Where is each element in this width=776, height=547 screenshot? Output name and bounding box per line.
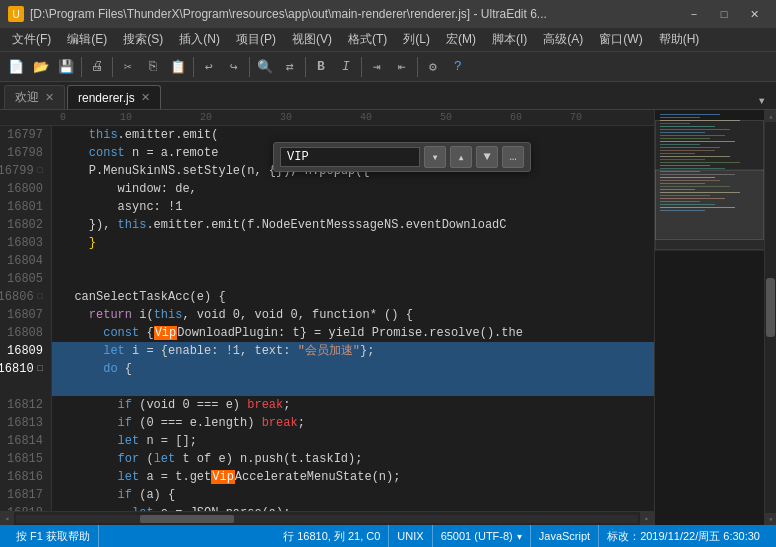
settings-button[interactable]: ⚙ xyxy=(421,55,445,79)
status-line-ending[interactable]: UNIX xyxy=(389,525,432,547)
line-num-16811 xyxy=(4,378,43,396)
redo-button[interactable]: ↪ xyxy=(222,55,246,79)
vscroll-up-button[interactable]: ▴ xyxy=(765,110,776,122)
hscroll-track[interactable] xyxy=(16,515,638,523)
code-line-16810: do { xyxy=(52,360,654,378)
title-bar: U [D:\Program Files\ThunderX\Program\res… xyxy=(0,0,776,28)
copy-button[interactable]: ⎘ xyxy=(141,55,165,79)
hscroll-left-button[interactable]: ◂ xyxy=(0,512,14,526)
status-language[interactable]: JavaScript xyxy=(531,525,599,547)
menu-file[interactable]: 文件(F) xyxy=(4,29,59,50)
minimize-button[interactable]: − xyxy=(680,4,708,24)
status-encoding[interactable]: 65001 (UTF-8) ▾ xyxy=(433,525,531,547)
search-up-button[interactable]: ▴ xyxy=(450,146,472,168)
tab-welcome[interactable]: 欢迎 ✕ xyxy=(4,85,65,109)
search-down-button[interactable]: ▾ xyxy=(424,146,446,168)
tabs-bar: 欢迎 ✕ renderer.js ✕ ▾ xyxy=(0,82,776,110)
status-help: 按 F1 获取帮助 xyxy=(8,525,99,547)
line-num-16816: 16816 xyxy=(4,468,43,486)
line-num-16798: 16798 xyxy=(4,144,43,162)
menu-search[interactable]: 搜索(S) xyxy=(115,29,171,50)
menu-script[interactable]: 脚本(I) xyxy=(484,29,535,50)
cut-button[interactable]: ✂ xyxy=(116,55,140,79)
replace-button[interactable]: ⇄ xyxy=(278,55,302,79)
line-num-16809: 16809 xyxy=(4,342,43,360)
bold-button[interactable]: B xyxy=(309,55,333,79)
code-line-16804 xyxy=(52,252,654,270)
code-line-16817: if (a) { xyxy=(52,486,654,504)
menu-help[interactable]: 帮助(H) xyxy=(651,29,708,50)
menu-project[interactable]: 项目(P) xyxy=(228,29,284,50)
line-num-16803: 16803 xyxy=(4,234,43,252)
window-controls: − □ ✕ xyxy=(680,4,768,24)
line-num-16802: 16802 xyxy=(4,216,43,234)
hscroll-right-button[interactable]: ▸ xyxy=(640,512,654,526)
status-encoding-label: 65001 (UTF-8) xyxy=(441,530,513,542)
menu-column[interactable]: 列(L) xyxy=(395,29,438,50)
vscroll-down-button[interactable]: ▾ xyxy=(765,513,776,525)
horizontal-scrollbar: ◂ ▸ xyxy=(0,511,654,525)
line-num-16818: 16818 xyxy=(4,504,43,511)
hscroll-thumb[interactable] xyxy=(140,515,233,523)
tab-renderer[interactable]: renderer.js ✕ xyxy=(67,85,161,109)
line-num-16804: 16804 xyxy=(4,252,43,270)
line-num-16813: 16813 xyxy=(4,414,43,432)
menu-window[interactable]: 窗口(W) xyxy=(591,29,650,50)
svg-rect-1 xyxy=(660,114,720,115)
main-area: 0 10 20 30 40 50 60 70 16797 16798 16799… xyxy=(0,110,776,525)
toolbar-separator-4 xyxy=(249,57,250,77)
indent-button[interactable]: ⇥ xyxy=(365,55,389,79)
app-icon: U xyxy=(8,6,24,22)
undo-button[interactable]: ↩ xyxy=(197,55,221,79)
minimap xyxy=(654,110,764,525)
search-more-button[interactable]: … xyxy=(502,146,524,168)
toolbar-separator-6 xyxy=(361,57,362,77)
status-position[interactable]: 行 16810, 列 21, C0 xyxy=(275,525,389,547)
find-button[interactable]: 🔍 xyxy=(253,55,277,79)
search-input[interactable] xyxy=(280,147,420,167)
line-num-16815: 16815 xyxy=(4,450,43,468)
code-line-16805 xyxy=(52,270,654,288)
menu-macro[interactable]: 宏(M) xyxy=(438,29,484,50)
code-line-16808: const {VipDownloadPlugin: t} = yield Pro… xyxy=(52,324,654,342)
menu-advanced[interactable]: 高级(A) xyxy=(535,29,591,50)
tab-welcome-close[interactable]: ✕ xyxy=(45,91,54,104)
menu-format[interactable]: 格式(T) xyxy=(340,29,395,50)
paste-button[interactable]: 📋 xyxy=(166,55,190,79)
ruler: 0 10 20 30 40 50 60 70 xyxy=(0,110,654,126)
tab-renderer-close[interactable]: ✕ xyxy=(141,91,150,104)
italic-button[interactable]: I xyxy=(334,55,358,79)
new-button[interactable]: 📄 xyxy=(4,55,28,79)
code-line-16806: canSelectTaskAcc(e) { xyxy=(52,288,654,306)
vscroll-track[interactable] xyxy=(765,122,776,513)
code-line-16813: if (0 === e.length) break; xyxy=(52,414,654,432)
line-numbers: 16797 16798 16799□ 16800 16801 16802 168… xyxy=(0,126,52,511)
search-filter-button[interactable]: ▼ xyxy=(476,146,498,168)
tab-renderer-label: renderer.js xyxy=(78,91,135,105)
open-button[interactable]: 📂 xyxy=(29,55,53,79)
minimap-viewport[interactable] xyxy=(655,120,764,240)
vscroll-thumb[interactable] xyxy=(766,278,775,337)
outdent-button[interactable]: ⇤ xyxy=(390,55,414,79)
maximize-button[interactable]: □ xyxy=(710,4,738,24)
code-lines[interactable]: ▾ ▴ ▼ … this.emitter.emit( const n = a.r… xyxy=(52,126,654,511)
menu-edit[interactable]: 编辑(E) xyxy=(59,29,115,50)
svg-rect-2 xyxy=(660,117,700,118)
vertical-scrollbar: ▴ ▾ xyxy=(764,110,776,525)
code-line-16816: let a = t.getVipAccelerateMenuState(n); xyxy=(52,468,654,486)
menu-insert[interactable]: 插入(N) xyxy=(171,29,228,50)
code-line-16802: }), this.emitter.emit(f.NodeEventMesssag… xyxy=(52,216,654,234)
print-button[interactable]: 🖨 xyxy=(85,55,109,79)
help-button[interactable]: ? xyxy=(446,55,470,79)
line-num-16806: 16806□ xyxy=(4,288,43,306)
menu-view[interactable]: 视图(V) xyxy=(284,29,340,50)
tabs-dropdown-arrow[interactable]: ▾ xyxy=(752,92,772,109)
close-button[interactable]: ✕ xyxy=(740,4,768,24)
status-encoding-arrow[interactable]: ▾ xyxy=(517,531,522,542)
toolbar-separator-1 xyxy=(81,57,82,77)
code-line-16811 xyxy=(52,378,654,396)
code-line-16801: async: !1 xyxy=(52,198,654,216)
save-button[interactable]: 💾 xyxy=(54,55,78,79)
code-line-16814: let n = []; xyxy=(52,432,654,450)
line-num-16805: 16805 xyxy=(4,270,43,288)
